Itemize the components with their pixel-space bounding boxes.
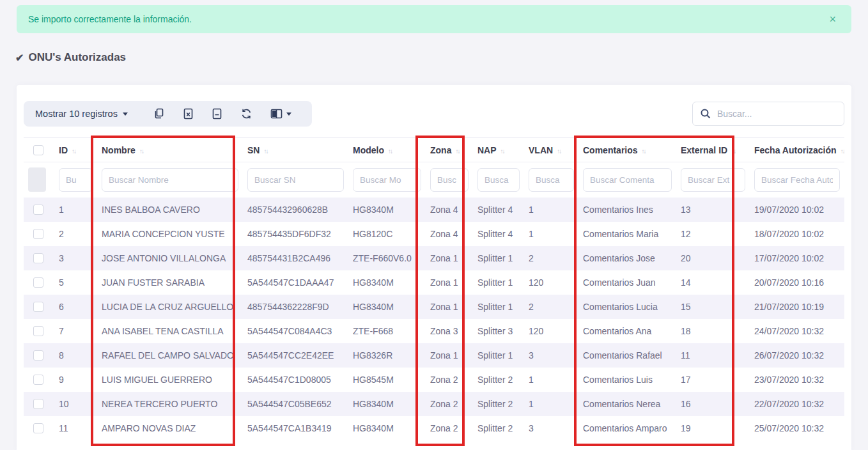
filter-input-external_id[interactable] (681, 168, 745, 192)
filter-input-nap[interactable] (477, 168, 520, 192)
cell-sn: 5A544547C084A4C3 (243, 319, 348, 343)
cell-nombre: JUAN FUSTER SARABIA (97, 270, 243, 295)
row-checkbox[interactable] (33, 326, 43, 336)
table-row: 10NEREA TERCERO PUERTO5A544547C05BE652HG… (24, 392, 844, 416)
search-input[interactable] (717, 109, 836, 119)
column-label: Fecha Autorización (754, 145, 837, 155)
cell-modelo: HG8340M (348, 198, 426, 222)
row-checkbox[interactable] (33, 375, 43, 385)
sort-icon[interactable]: ↑↓ (557, 148, 561, 155)
cell-external_id: 19 (676, 416, 750, 440)
cell-comentarios: Comentarios Jose (578, 246, 676, 270)
cell-zona: Zona 2 (426, 368, 473, 392)
page-title: ✔ ONU's Autorizadas (15, 51, 126, 64)
table-row: 9LUIS MIGUEL GUERRERO5A544547C1D08005HG8… (24, 368, 844, 392)
cell-nombre: NEREA TERCERO PUERTO (97, 392, 243, 416)
cell-modelo: HG8326R (348, 343, 426, 368)
row-checkbox[interactable] (33, 423, 43, 433)
cell-id: 9 (54, 368, 97, 392)
filter-input-zona[interactable] (430, 168, 469, 192)
row-checkbox[interactable] (33, 253, 43, 263)
column-header-id[interactable]: ID↑↓ (54, 138, 97, 162)
sort-icon[interactable]: ↑↓ (841, 148, 844, 155)
cell-vlan: 2 (524, 246, 578, 270)
column-header-nombre[interactable]: Nombre↑↓ (97, 138, 243, 162)
column-label: NAP (477, 145, 497, 155)
cell-zona: Zona 2 (426, 416, 473, 440)
cell-comentarios: Comentarios Rafael (578, 343, 676, 368)
table-row: 5JUAN FUSTER SARABIA5A544547C1DAAA47HG83… (24, 270, 844, 295)
column-header-modelo[interactable]: Modelo↑↓ (348, 138, 426, 162)
cell-id: 10 (54, 392, 97, 416)
row-checkbox[interactable] (33, 302, 43, 312)
global-search (692, 102, 844, 126)
filter-input-comentarios[interactable] (583, 168, 672, 192)
export-excel-button[interactable] (174, 101, 203, 127)
cell-nombre: AMPARO NOVAS DIAZ (97, 416, 243, 440)
row-checkbox[interactable] (33, 205, 43, 215)
sort-icon[interactable]: ↑↓ (72, 148, 75, 155)
file-icon (212, 108, 222, 120)
filter-input-id[interactable] (59, 168, 93, 192)
sort-icon[interactable]: ↑↓ (500, 148, 504, 155)
table-row: 2MARIA CONCEPCION YUSTE485754435DF6DF32H… (24, 222, 844, 246)
column-header-fecha_autorizacion[interactable]: Fecha Autorización↑↓ (750, 138, 844, 162)
cell-sn: 5A544547C1DAAA47 (243, 270, 348, 295)
refresh-button[interactable] (231, 101, 261, 127)
row-checkbox[interactable] (33, 229, 43, 239)
page-length-dropdown[interactable]: Mostrar 10 registros (35, 109, 128, 119)
column-header-nap[interactable]: NAP↑↓ (473, 138, 524, 162)
select-all-checkbox[interactable] (33, 145, 43, 155)
cell-nap: Splitter 3 (473, 319, 524, 343)
sort-icon[interactable]: ↑↓ (455, 148, 459, 155)
cell-fecha_autorizacion: 24/07/2020 10:32 (750, 319, 844, 343)
cell-modelo: HG8340M (348, 295, 426, 319)
cell-fecha_autorizacion: 21/07/2020 10:19 (750, 295, 844, 319)
cell-nap: Splitter 1 (473, 343, 524, 368)
refresh-icon (240, 108, 252, 120)
cell-external_id: 18 (676, 319, 750, 343)
column-visibility-dropdown[interactable] (261, 101, 300, 127)
table-row: 8RAFAEL DEL CAMPO SALVADO5A544547CC2E42E… (24, 343, 844, 368)
alert-message: Se importo correctamente la información. (28, 14, 825, 24)
column-header-comentarios[interactable]: Comentarios↑↓ (578, 138, 676, 162)
table-row: 3JOSE ANTONIO VILLALONGA485754431B2CA496… (24, 246, 844, 270)
filter-input-vlan[interactable] (529, 168, 574, 192)
sort-icon[interactable]: ↑↓ (263, 148, 267, 155)
cell-modelo: ZTE-F660V6.0 (348, 246, 426, 270)
sort-icon[interactable]: ↑↓ (139, 148, 143, 155)
row-checkbox[interactable] (33, 350, 43, 361)
cell-modelo: HG8545M (348, 368, 426, 392)
copy-button[interactable] (144, 101, 174, 127)
sort-icon[interactable]: ↑↓ (731, 148, 735, 155)
column-header-zona[interactable]: Zona↑↓ (426, 138, 473, 162)
column-header-vlan[interactable]: VLAN↑↓ (524, 138, 578, 162)
cell-zona: Zona 4 (426, 198, 473, 222)
cell-nombre: RAFAEL DEL CAMPO SALVADO (97, 343, 243, 368)
cell-external_id: 16 (676, 392, 750, 416)
filter-input-fecha_autorizacion[interactable] (754, 168, 840, 192)
sort-icon[interactable]: ↑↓ (642, 148, 646, 155)
cell-nap: Splitter 2 (473, 392, 524, 416)
header-row: ID↑↓Nombre↑↓SN↑↓Modelo↑↓Zona↑↓NAP↑↓VLAN↑… (24, 138, 844, 162)
column-header-external_id[interactable]: External ID↑↓ (676, 138, 750, 162)
filter-input-modelo[interactable] (353, 168, 421, 192)
alert-close-button[interactable]: × (825, 11, 840, 27)
sort-icon[interactable]: ↑↓ (388, 148, 392, 155)
cell-external_id: 11 (676, 343, 750, 368)
cell-nombre: ANA ISABEL TENA CASTILLA (97, 319, 243, 343)
export-file-button[interactable] (203, 101, 231, 127)
column-label: ID (59, 145, 68, 155)
page-title-text: ONU's Autorizadas (28, 51, 126, 64)
cell-zona: Zona 1 (426, 343, 473, 368)
row-checkbox[interactable] (33, 277, 43, 288)
cell-id: 6 (54, 295, 97, 319)
filter-input-sn[interactable] (247, 168, 344, 192)
filter-input-nombre[interactable] (102, 168, 238, 192)
success-alert: Se importo correctamente la información.… (17, 5, 851, 33)
cell-id: 8 (54, 343, 97, 368)
cell-fecha_autorizacion: 22/07/2020 10:32 (750, 392, 844, 416)
column-header-sn[interactable]: SN↑↓ (243, 138, 348, 162)
row-checkbox[interactable] (33, 399, 43, 409)
cell-zona: Zona 3 (426, 319, 473, 343)
